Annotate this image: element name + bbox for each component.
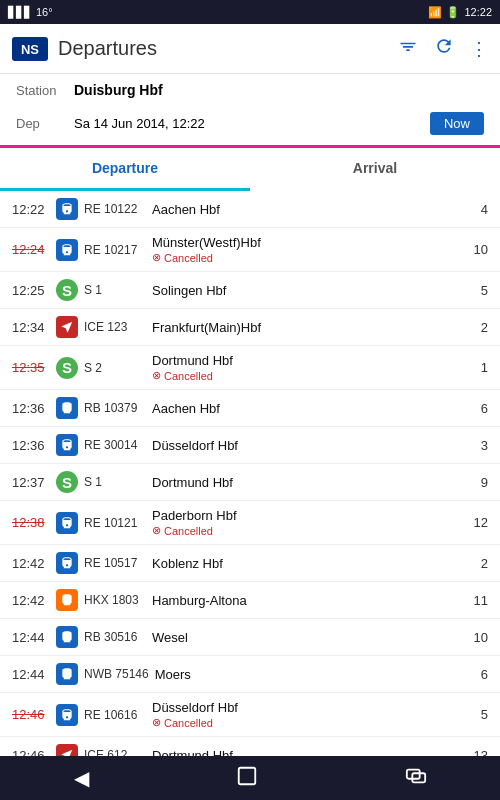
departure-time: 12:42 (12, 556, 50, 571)
table-row[interactable]: 12:46RE 10616Düsseldorf Hbf⊗ Cancelled5 (0, 693, 500, 737)
cancelled-label: ⊗ Cancelled (152, 716, 462, 729)
destination-area: Moers (155, 667, 462, 682)
tab-departure[interactable]: Departure (0, 148, 250, 191)
table-row[interactable]: 12:42RE 10517Koblenz Hbf2 (0, 545, 500, 582)
destination-name: Koblenz Hbf (152, 556, 462, 571)
track-number: 6 (468, 401, 488, 416)
table-row[interactable]: 12:42HKX 1803Hamburg-Altona11 (0, 582, 500, 619)
track-number: 6 (468, 667, 488, 682)
departures-list: 12:22RE 10122Aachen Hbf412:24RE 10217Mün… (0, 191, 500, 757)
now-button[interactable]: Now (430, 112, 484, 135)
temp-label: 16° (36, 6, 53, 18)
destination-name: Düsseldorf Hbf (152, 700, 462, 715)
ns-logo: NS (12, 37, 48, 61)
destination-area: Dortmund Hbf⊗ Cancelled (152, 353, 462, 382)
train-type-icon: S (56, 471, 78, 493)
page-title: Departures (58, 37, 388, 60)
destination-name: Münster(Westf)Hbf (152, 235, 462, 250)
train-type-icon (56, 198, 78, 220)
track-number: 2 (468, 320, 488, 335)
status-right: 📶 🔋 12:22 (428, 6, 492, 19)
departure-time: 12:42 (12, 593, 50, 608)
table-row[interactable]: 12:34ICE 123Frankfurt(Main)Hbf2 (0, 309, 500, 346)
station-row: Station Duisburg Hbf (0, 74, 500, 106)
destination-area: Düsseldorf Hbf⊗ Cancelled (152, 700, 462, 729)
tab-arrival[interactable]: Arrival (250, 148, 500, 191)
table-row[interactable]: 12:44NWB 75146Moers6 (0, 656, 500, 693)
train-number: RE 10217 (84, 243, 146, 257)
destination-name: Hamburg-Altona (152, 593, 462, 608)
cancelled-text: Cancelled (164, 717, 213, 729)
cancelled-label: ⊗ Cancelled (152, 524, 462, 537)
table-row[interactable]: 12:24RE 10217Münster(Westf)Hbf⊗ Cancelle… (0, 228, 500, 272)
cancelled-icon: ⊗ (152, 369, 161, 382)
track-number: 10 (468, 630, 488, 645)
table-row[interactable]: 12:25SS 1Solingen Hbf5 (0, 272, 500, 309)
table-row[interactable]: 12:44RB 30516Wesel10 (0, 619, 500, 656)
departure-time: 12:36 (12, 438, 50, 453)
signal-icon: ▋▋▋ (8, 6, 32, 19)
train-number: RB 10379 (84, 401, 146, 415)
app-header: NS Departures ⋮ (0, 24, 500, 74)
departure-time: 12:44 (12, 630, 50, 645)
departure-time: 12:46 (12, 707, 50, 722)
table-row[interactable]: 12:38RE 10121Paderborn Hbf⊗ Cancelled12 (0, 501, 500, 545)
track-number: 4 (468, 202, 488, 217)
train-number: S 1 (84, 475, 146, 489)
track-number: 10 (468, 242, 488, 257)
train-number: S 1 (84, 283, 146, 297)
destination-name: Moers (155, 667, 462, 682)
destination-area: Paderborn Hbf⊗ Cancelled (152, 508, 462, 537)
more-icon[interactable]: ⋮ (470, 38, 488, 60)
train-number: ICE 123 (84, 320, 146, 334)
track-number: 11 (468, 593, 488, 608)
departure-time: 12:25 (12, 283, 50, 298)
table-row[interactable]: 12:22RE 10122Aachen Hbf4 (0, 191, 500, 228)
departure-time: 12:35 (12, 360, 50, 375)
departure-time: 12:44 (12, 667, 50, 682)
recents-button[interactable] (385, 757, 447, 800)
track-number: 12 (468, 515, 488, 530)
home-button[interactable] (216, 757, 278, 800)
destination-name: Aachen Hbf (152, 401, 462, 416)
destination-name: Düsseldorf Hbf (152, 438, 462, 453)
departure-time: 12:22 (12, 202, 50, 217)
train-type-icon (56, 239, 78, 261)
cancelled-label: ⊗ Cancelled (152, 369, 462, 382)
filter-icon[interactable] (398, 36, 418, 61)
destination-area: Frankfurt(Main)Hbf (152, 320, 462, 335)
cancelled-text: Cancelled (164, 370, 213, 382)
table-row[interactable]: 12:46ICE 612Dortmund Hbf13 (0, 737, 500, 757)
destination-name: Wesel (152, 630, 462, 645)
wifi-icon: 📶 (428, 6, 442, 19)
destination-name: Paderborn Hbf (152, 508, 462, 523)
destination-area: Solingen Hbf (152, 283, 462, 298)
train-type-icon (56, 512, 78, 534)
train-type-icon (56, 434, 78, 456)
destination-area: Münster(Westf)Hbf⊗ Cancelled (152, 235, 462, 264)
train-number: RE 10122 (84, 202, 146, 216)
destination-area: Dortmund Hbf (152, 475, 462, 490)
destination-name: Frankfurt(Main)Hbf (152, 320, 462, 335)
back-button[interactable]: ◀ (54, 758, 109, 798)
track-number: 1 (468, 360, 488, 375)
destination-name: Dortmund Hbf (152, 353, 462, 368)
train-number: HKX 1803 (84, 593, 146, 607)
train-type-icon (56, 626, 78, 648)
refresh-icon[interactable] (434, 36, 454, 61)
track-number: 5 (468, 707, 488, 722)
table-row[interactable]: 12:36RB 10379Aachen Hbf6 (0, 390, 500, 427)
departure-time: 12:38 (12, 515, 50, 530)
departure-time: 12:36 (12, 401, 50, 416)
tabs-bar: Departure Arrival (0, 148, 500, 191)
station-label: Station (16, 83, 66, 98)
track-number: 5 (468, 283, 488, 298)
table-row[interactable]: 12:36RE 30014Düsseldorf Hbf3 (0, 427, 500, 464)
train-number: RB 30516 (84, 630, 146, 644)
table-row[interactable]: 12:35SS 2Dortmund Hbf⊗ Cancelled1 (0, 346, 500, 390)
svg-text:NS: NS (21, 42, 39, 57)
cancelled-text: Cancelled (164, 525, 213, 537)
train-type-icon (56, 704, 78, 726)
track-number: 3 (468, 438, 488, 453)
table-row[interactable]: 12:37SS 1Dortmund Hbf9 (0, 464, 500, 501)
